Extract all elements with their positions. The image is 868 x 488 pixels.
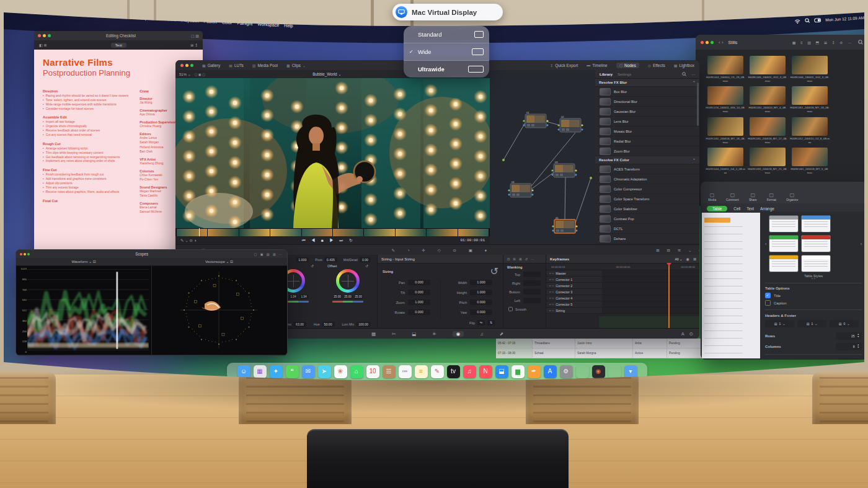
search-icon[interactable] [805, 18, 810, 23]
header-footer-stepper[interactable]: ▤1⌄ [765, 320, 794, 327]
fusion-page-icon[interactable]: ✳ [432, 331, 436, 337]
sizing-field[interactable]: Yaw0.000 [443, 309, 500, 315]
primaries-bottom-value[interactable]: Lum Mix100.00 [342, 322, 371, 327]
window-controls[interactable] [20, 253, 30, 255]
dock-app[interactable]: tv [447, 365, 460, 378]
fx-item[interactable]: Dehaze [595, 234, 699, 244]
fx-item[interactable]: Mosaic Blur [595, 126, 699, 136]
tab-cell[interactable]: Cell [733, 206, 740, 211]
document-titlebar[interactable]: Editing Checklist ▢ ▥ [34, 31, 203, 40]
blanking-field[interactable]: Bottom [507, 289, 543, 295]
edit-page-icon[interactable]: ⬓ [412, 331, 416, 337]
keyframe-row[interactable]: ● ▪ ▸Corrector 4 [546, 295, 699, 301]
offset-master-slider[interactable] [332, 301, 363, 303]
color-page-icon[interactable]: ◉ [453, 331, 464, 337]
sizing-panel-header[interactable]: Sizing - Input Sizing [378, 255, 503, 264]
caption-checkbox[interactable] [765, 300, 771, 306]
control-center-icon[interactable] [814, 17, 821, 22]
fx-item[interactable]: Directional Blur [595, 97, 699, 107]
mac-virtual-display-pill[interactable]: Mac Virtual Display [392, 4, 503, 20]
media-clip[interactable]: H009C001_240610_O1_29_0B.mov [706, 56, 745, 82]
table-style-thumbnail[interactable] [801, 235, 831, 252]
numbers-toolbar-button[interactable]: ▢Media [708, 192, 716, 202]
dock-app[interactable]: ☺ [237, 365, 250, 378]
deliver-page-icon[interactable]: ⬈ [500, 331, 503, 337]
dock-app[interactable]: ≔ [399, 365, 412, 378]
option-ultrawide[interactable]: Ultrawide [404, 61, 489, 78]
numbers-toolbar-button[interactable]: ▢Organize [786, 192, 798, 202]
keyframe-row[interactable]: ● ▪ ▸Sizing [546, 308, 699, 314]
dock-app[interactable]: ▆ [512, 365, 525, 378]
dock-app[interactable]: ❀ [334, 365, 347, 378]
keyframes-playhead[interactable] [668, 263, 670, 329]
waveform-dropdown[interactable]: Waveform ⌄ ⊡ [16, 260, 151, 264]
primaries-top-value[interactable]: Mid/Detail0.00 [343, 257, 371, 262]
fx-item[interactable]: Contrast Pop [595, 214, 699, 224]
vectorscope-dropdown[interactable]: Vectorscope ⌄ ⊡ [151, 260, 287, 264]
fairlight-page-icon[interactable]: ♫ [480, 331, 484, 337]
transport-controls[interactable]: ⏮ ◀ ■ ▶ ⏭ ↻ [302, 238, 355, 243]
window-controls[interactable] [38, 34, 51, 37]
doc-nav-icons[interactable]: ◧ ≣ [39, 43, 46, 47]
numbers-sheet-strip[interactable]: 05:42 - 07:15 Threadbare Justin Intro Ar… [496, 339, 703, 358]
tab-media-pool[interactable]: ▥Media Pool [252, 63, 278, 68]
sizing-reset-icon[interactable]: ↺ [490, 265, 498, 277]
dock-app[interactable]: ◉ [592, 365, 605, 378]
media-clip[interactable]: H009C051_240618_MY_18_0B.mov [790, 86, 830, 113]
sizing-field[interactable]: Pan0.000 [381, 280, 438, 285]
toolbar-icons[interactable]: ▢ ▥ [191, 33, 199, 38]
fx-item[interactable]: Radial Blur [595, 136, 699, 146]
tab-luts[interactable]: ▤LUTs [229, 63, 243, 68]
tab-gallery[interactable]: ▦Gallery [202, 63, 220, 68]
table-style-thumbnail[interactable] [801, 215, 831, 233]
sizing-field[interactable]: Rotate0.000 [381, 309, 438, 315]
fx-item[interactable]: DCTL [595, 224, 699, 234]
header-footer-stepper[interactable]: ▤1⌄ [797, 320, 826, 327]
fx-item[interactable]: Gaussian Blur [595, 107, 699, 117]
cut-page-icon[interactable]: ✄ [392, 331, 396, 337]
sizing-field[interactable]: Height1.000 [443, 290, 500, 295]
node-graph-panel[interactable]: 0102030405 [490, 70, 595, 244]
flip-horizontal-button[interactable]: ⇋ [477, 320, 485, 326]
dock-app[interactable]: 10 [366, 365, 379, 378]
dock-app[interactable]: ⬓ [495, 365, 508, 378]
styles-next-arrow[interactable]: › [861, 242, 862, 246]
media-clip[interactable]: H009C005_240611_G12_3_0B.mov [748, 56, 787, 82]
fx-item[interactable]: Lens Blur [595, 117, 699, 126]
sizing-field[interactable]: Zoom1.000 [381, 299, 438, 305]
primaries-top-value[interactable]: 1.000 [294, 257, 309, 262]
table-style-thumbnail[interactable] [801, 255, 831, 272]
draw-tools[interactable]: ✎ ⌄ ⊘ ◑ [180, 238, 197, 243]
dock-app[interactable]: ➤ [318, 365, 331, 378]
rows-stepper[interactable]: 25▲▼ [836, 332, 862, 340]
media-clip[interactable]: H009C031_240618_MY_18_0B.mov [706, 117, 745, 144]
sheet-row[interactable]: 07:19 - 08:30 Schaal Sarah Morgna Active… [496, 348, 707, 358]
numbers-toolbar-button[interactable]: ▢Comment [726, 192, 739, 202]
sizing-field[interactable]: Width1.000 [443, 280, 500, 285]
quick-export-button[interactable]: ↥Quick Export [550, 63, 578, 68]
fx-item[interactable]: Box Blur [595, 87, 699, 97]
tab-clips[interactable]: ▩Clips⌄ [286, 63, 306, 68]
window-controls[interactable] [701, 41, 714, 44]
title-checkbox[interactable] [765, 293, 771, 298]
tab-timeline[interactable]: ▬Timeline [587, 63, 607, 68]
fx-item[interactable]: ACES Transform [595, 164, 699, 174]
wifi-icon[interactable] [794, 19, 800, 24]
tab-table[interactable]: Table [707, 206, 727, 211]
table-style-thumbnail[interactable] [769, 215, 799, 233]
tab-arrange[interactable]: Arrange [760, 206, 774, 211]
blanking-field[interactable]: Top [507, 272, 543, 277]
dock-app[interactable]: ♫ [463, 365, 476, 378]
option-wide[interactable]: ✓ Wide [404, 43, 489, 61]
search-icon[interactable] [858, 40, 863, 45]
primaries-bottom-value[interactable]: Hue50.00 [314, 322, 335, 327]
dock-app[interactable]: ✎ [431, 365, 444, 378]
keyframe-row[interactable]: ● ▪ ▸Corrector 2 [546, 283, 699, 289]
keyframe-row[interactable]: ● ▪ ▸Corrector 3 [546, 289, 699, 295]
dock-app[interactable]: ▾ [624, 365, 637, 378]
option-standard[interactable]: Standard [404, 26, 489, 43]
fx-item[interactable]: Color Stabilizer [595, 204, 699, 214]
fx-item[interactable]: Color Space Transform [595, 194, 699, 204]
keyframes-ruler[interactable]: 00:00:00:0100:00:04:0000:00:08:00 [546, 264, 699, 270]
dock-app[interactable]: ✦ [270, 365, 283, 378]
